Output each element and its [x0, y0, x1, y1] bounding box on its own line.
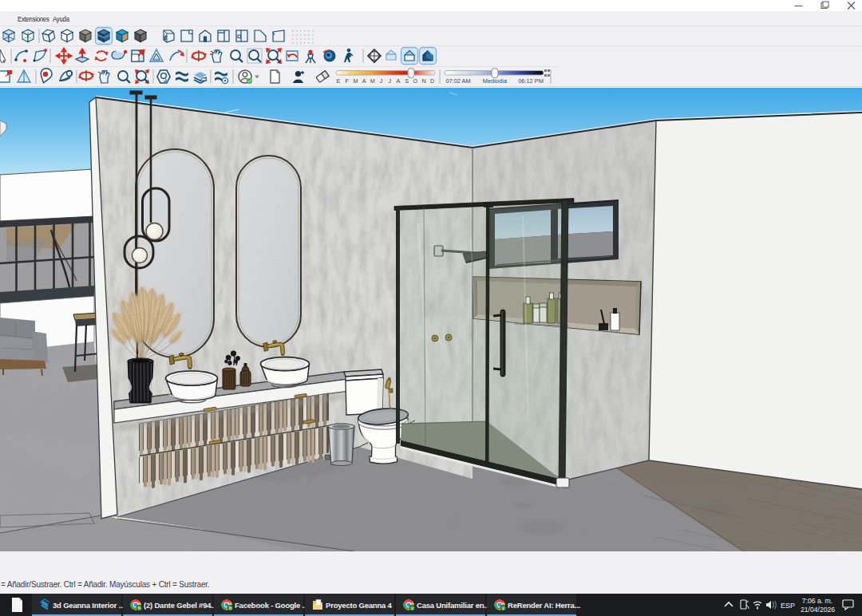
svg-text:F: F	[346, 77, 350, 85]
svg-text:07:02 AM: 07:02 AM	[445, 77, 470, 85]
svg-text:21/04/2026: 21/04/2026	[801, 606, 835, 614]
svg-text:S: S	[405, 77, 409, 85]
svg-text:Proyecto Geanna 4: Proyecto Geanna 4	[326, 601, 393, 610]
svg-text:Mediodía: Mediodía	[483, 77, 508, 85]
svg-text:ESP: ESP	[781, 602, 795, 610]
svg-text:(2) Dante Gebel #94...: (2) Dante Gebel #94...	[144, 601, 217, 610]
svg-text:N: N	[421, 77, 425, 85]
svg-text:06:12 PM: 06:12 PM	[518, 77, 544, 85]
svg-text:c: c	[411, 606, 413, 610]
svg-text:Casa Unifamiliar en...: Casa Unifamiliar en...	[417, 601, 490, 610]
svg-text:A: A	[397, 77, 401, 85]
svg-text:O: O	[413, 77, 418, 85]
svg-text:3d Geanna Interior ...: 3d Geanna Interior ...	[53, 601, 125, 610]
svg-text:c: c	[502, 606, 504, 610]
svg-text:h: h	[138, 606, 140, 610]
svg-text:D: D	[430, 77, 434, 85]
svg-text:ReRender AI: Herra...: ReRender AI: Herra...	[508, 601, 580, 610]
svg-text:Facebook - Google ...: Facebook - Google ...	[235, 601, 308, 610]
svg-text:h: h	[229, 606, 231, 610]
svg-text:A: A	[362, 77, 366, 85]
svg-text:M: M	[353, 77, 358, 85]
svg-text:J: J	[388, 77, 391, 85]
svg-text:E: E	[337, 77, 341, 85]
svg-text:M: M	[370, 77, 375, 85]
svg-text:J: J	[380, 77, 383, 85]
svg-text:7:06 a. m.: 7:06 a. m.	[802, 597, 832, 605]
